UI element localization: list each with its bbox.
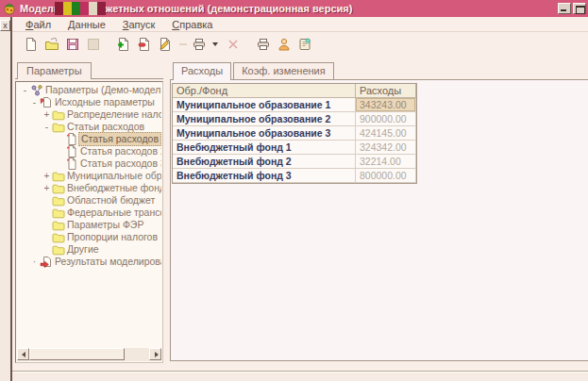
table-header-row: Обр./ФондРасходы [173, 84, 416, 98]
tab-parameters[interactable]: Параметры [17, 62, 92, 79]
maximize-button[interactable] [573, 3, 586, 14]
entity-name-cell[interactable]: Муниципальное образование 2 [173, 112, 356, 126]
table-row: Внебюджетный фонд 232214.00 [173, 155, 416, 169]
table-row: Муниципальное образование 3424145.00 [173, 126, 416, 141]
folder-icon [51, 182, 65, 194]
print-dropdown-icon[interactable] [190, 35, 209, 54]
doc-icon [64, 145, 78, 157]
expense-value-cell-selected[interactable]: 343243.00 [356, 98, 416, 112]
tree-item[interactable]: Параметры ФЭР [17, 219, 161, 231]
expenses-panel: Обр./ФондРасходыМуниципальное образовани… [170, 79, 588, 361]
tree-item[interactable]: Статья расходов 3 [17, 157, 161, 170]
menu-file[interactable]: Файл [18, 18, 59, 31]
tree-item[interactable]: Федеральные трансферты [17, 207, 161, 219]
render-artifact [55, 2, 106, 15]
scroll-left-button[interactable] [17, 348, 29, 360]
folder-icon [51, 170, 65, 182]
tree-item-label: Областной бюджет [65, 194, 157, 207]
add-record-icon[interactable] [114, 35, 133, 54]
collapse-icon[interactable]: - [21, 84, 29, 96]
toolbar-separator [176, 35, 190, 54]
expense-value-cell[interactable]: 424145.00 [356, 126, 416, 141]
entity-name-cell[interactable]: Внебюджетный фонд 2 [173, 155, 356, 169]
collapse-icon[interactable]: - [42, 121, 51, 133]
folder-icon [51, 194, 65, 207]
tree-item[interactable]: Статья расходов 1 [17, 133, 161, 145]
scroll-thumb[interactable] [29, 348, 125, 360]
expense-value-cell[interactable]: 900000.00 [356, 112, 416, 126]
tree-item-label: Другие [65, 243, 101, 256]
tree-item[interactable]: +Внебюджетные фонды [17, 182, 161, 194]
table-row: Внебюджетный фонд 1324342.00 [173, 141, 416, 155]
tree-item-label: Пропорции налогов [65, 231, 160, 243]
folder-icon [51, 108, 65, 121]
tab-change-coeffs[interactable]: Коэф. изменения [233, 62, 334, 79]
tree-item[interactable]: Пропорции налогов [17, 231, 161, 243]
folder-icon [51, 219, 65, 231]
entity-name-cell[interactable]: Внебюджетный фонд 3 [173, 169, 356, 183]
tree-item-label: Результаты моделирования [53, 256, 161, 268]
tree-marker[interactable]: · [30, 256, 39, 268]
tree-item-label: Исходные параметры [53, 96, 157, 108]
folder-icon [51, 231, 65, 243]
tree-item[interactable]: Другие [17, 243, 161, 256]
menu-data[interactable]: Данные [60, 18, 113, 31]
tree-item[interactable]: Статья расходов 2 [17, 145, 161, 157]
tree-item[interactable]: -Параметры (Демо-модель-2) [17, 84, 161, 96]
results-icon [39, 256, 53, 268]
delete-record-icon[interactable] [135, 35, 154, 54]
status-bar [12, 371, 588, 381]
column-header[interactable]: Расходы [356, 84, 416, 98]
tree-item-label: Статья расходов 2 [78, 145, 161, 157]
folder-icon [51, 207, 65, 219]
tree-item[interactable]: +Муниципальные образования [17, 170, 161, 182]
printer-icon[interactable] [254, 35, 273, 54]
entity-name-cell[interactable]: Муниципальное образование 1 [173, 98, 356, 112]
tree-item-label: Распределение налогов [65, 108, 161, 121]
collapse-icon[interactable]: - [30, 96, 39, 108]
right-tab-strip: РасходыКоэф. изменения [173, 62, 336, 79]
tree-item[interactable]: ·Результаты моделирования [17, 256, 161, 268]
expenses-table: Обр./ФондРасходыМуниципальное образовани… [172, 83, 417, 184]
tab-expenses[interactable]: Расходы [173, 62, 231, 79]
parameters-tree: -Параметры (Демо-модель-2)-Исходные пара… [17, 84, 161, 347]
tree-item-label: Параметры (Демо-модель-2) [43, 84, 161, 96]
expand-icon[interactable]: + [42, 170, 51, 182]
title-bar: Модель межбюджетных отношений (демонстра… [0, 0, 588, 17]
scroll-right-button[interactable] [149, 348, 161, 360]
expense-value-cell[interactable]: 32214.00 [356, 155, 416, 169]
expand-icon[interactable]: + [42, 108, 51, 121]
tree-item[interactable]: Областной бюджет [17, 194, 161, 207]
entity-name-cell[interactable]: Внебюджетный фонд 1 [173, 141, 356, 155]
table-row: Внебюджетный фонд 3800000.00 [173, 169, 416, 183]
table-row: Муниципальное образование 2900000.00 [173, 112, 416, 126]
tree-item[interactable]: -Исходные параметры [17, 96, 161, 108]
column-header[interactable]: Обр./Фонд [173, 84, 356, 98]
save-icon[interactable] [63, 35, 82, 54]
expand-icon[interactable]: + [42, 182, 51, 194]
app-icon [3, 2, 16, 15]
print-options-dropdown-icon[interactable] [212, 42, 218, 46]
entity-name-cell[interactable]: Муниципальное образование 3 [173, 126, 356, 141]
user-icon[interactable] [275, 35, 294, 54]
folder-icon [51, 121, 65, 133]
edit-record-icon[interactable] [156, 35, 175, 54]
help-book-icon[interactable] [295, 35, 314, 54]
open-folder-icon[interactable] [42, 35, 61, 54]
expense-value-cell[interactable]: 324342.00 [356, 141, 416, 155]
expense-value-cell[interactable]: 800000.00 [356, 169, 416, 183]
menu-help[interactable]: Справка [164, 18, 220, 31]
model-icon [29, 84, 43, 96]
tree-item-label: Статья расходов 1 [78, 132, 161, 146]
tree-item-label: Внебюджетные фонды [65, 182, 161, 194]
tree-item[interactable]: +Распределение налогов [17, 108, 161, 121]
minimize-button[interactable] [558, 3, 571, 14]
tree-horizontal-scrollbar[interactable] [17, 348, 161, 361]
menu-run[interactable]: Запуск [115, 18, 162, 31]
doc-icon [64, 133, 78, 145]
new-document-icon[interactable] [22, 35, 41, 54]
menu-bar: ФайлДанныеЗапускСправка [12, 17, 588, 32]
doc-icon [64, 157, 78, 170]
tree-item-label: Статья расходов 3 [78, 157, 161, 170]
strip-close-button[interactable]: x [0, 20, 10, 31]
